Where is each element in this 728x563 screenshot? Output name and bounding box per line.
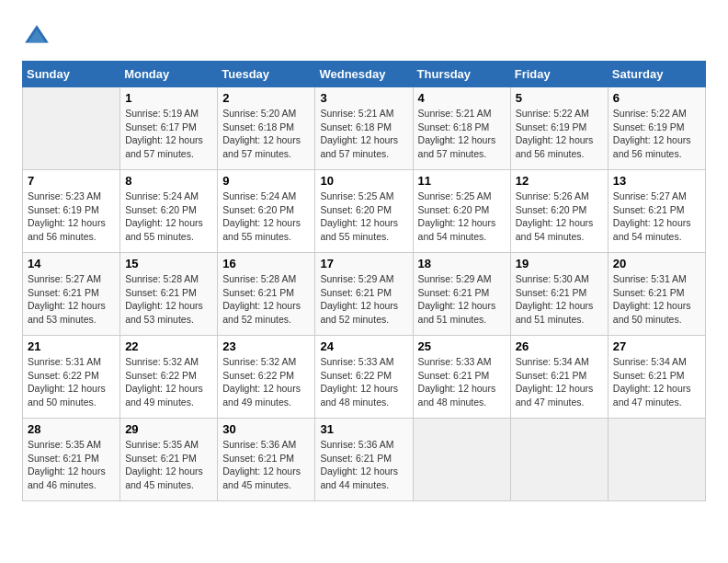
calendar-cell: [23, 87, 120, 170]
day-info: Sunrise: 5:30 AMSunset: 6:21 PMDaylight:…: [516, 272, 603, 327]
calendar-cell: [413, 419, 510, 501]
day-number: 26: [516, 339, 603, 353]
day-info: Sunrise: 5:22 AMSunset: 6:19 PMDaylight:…: [613, 107, 700, 161]
day-number: 13: [613, 174, 700, 188]
day-info: Sunrise: 5:22 AMSunset: 6:19 PMDaylight:…: [516, 107, 603, 161]
day-number: 15: [125, 257, 212, 270]
weekday-header: Sunday: [23, 62, 120, 87]
day-number: 2: [222, 91, 310, 105]
calendar-cell: 16Sunrise: 5:28 AMSunset: 6:21 PMDayligh…: [218, 253, 315, 336]
day-info: Sunrise: 5:26 AMSunset: 6:20 PMDaylight:…: [516, 190, 603, 244]
weekday-header: Saturday: [608, 62, 705, 87]
day-number: 12: [516, 174, 603, 188]
calendar-cell: 21Sunrise: 5:31 AMSunset: 6:22 PMDayligh…: [23, 336, 120, 419]
calendar-cell: 14Sunrise: 5:27 AMSunset: 6:21 PMDayligh…: [23, 253, 120, 336]
calendar-cell: 17Sunrise: 5:29 AMSunset: 6:21 PMDayligh…: [315, 253, 413, 336]
calendar-cell: 23Sunrise: 5:32 AMSunset: 6:22 PMDayligh…: [218, 336, 315, 419]
calendar-cell: 7Sunrise: 5:23 AMSunset: 6:19 PMDaylight…: [23, 170, 120, 253]
day-info: Sunrise: 5:36 AMSunset: 6:21 PMDaylight:…: [320, 438, 407, 492]
day-number: 28: [28, 422, 115, 436]
calendar-cell: 19Sunrise: 5:30 AMSunset: 6:21 PMDayligh…: [510, 253, 608, 336]
calendar-week-row: 7Sunrise: 5:23 AMSunset: 6:19 PMDaylight…: [23, 170, 706, 253]
day-info: Sunrise: 5:31 AMSunset: 6:21 PMDaylight:…: [613, 272, 700, 327]
day-number: 9: [222, 174, 310, 188]
weekday-header: Monday: [120, 62, 218, 87]
day-info: Sunrise: 5:27 AMSunset: 6:21 PMDaylight:…: [613, 190, 700, 244]
calendar-cell: 13Sunrise: 5:27 AMSunset: 6:21 PMDayligh…: [608, 170, 705, 253]
page-header: [22, 18, 706, 52]
day-info: Sunrise: 5:24 AMSunset: 6:20 PMDaylight:…: [222, 190, 310, 244]
day-info: Sunrise: 5:23 AMSunset: 6:19 PMDaylight:…: [28, 190, 115, 244]
calendar-cell: 4Sunrise: 5:21 AMSunset: 6:18 PMDaylight…: [413, 87, 510, 170]
calendar-cell: 22Sunrise: 5:32 AMSunset: 6:22 PMDayligh…: [120, 336, 218, 419]
day-number: 19: [516, 257, 603, 270]
calendar-week-row: 28Sunrise: 5:35 AMSunset: 6:21 PMDayligh…: [23, 419, 706, 501]
day-number: 14: [28, 257, 115, 270]
day-number: 6: [613, 91, 700, 105]
day-info: Sunrise: 5:25 AMSunset: 6:20 PMDaylight:…: [320, 190, 407, 244]
day-number: 23: [222, 339, 310, 353]
calendar-cell: 2Sunrise: 5:20 AMSunset: 6:18 PMDaylight…: [218, 87, 315, 170]
calendar-cell: 31Sunrise: 5:36 AMSunset: 6:21 PMDayligh…: [315, 419, 413, 501]
weekday-header: Thursday: [413, 62, 510, 87]
calendar-table: SundayMondayTuesdayWednesdayThursdayFrid…: [22, 61, 706, 501]
day-number: 29: [125, 422, 212, 436]
calendar-week-row: 1Sunrise: 5:19 AMSunset: 6:17 PMDaylight…: [23, 87, 706, 170]
calendar-cell: 18Sunrise: 5:29 AMSunset: 6:21 PMDayligh…: [413, 253, 510, 336]
calendar-week-row: 21Sunrise: 5:31 AMSunset: 6:22 PMDayligh…: [23, 336, 706, 419]
day-info: Sunrise: 5:32 AMSunset: 6:22 PMDaylight:…: [125, 355, 212, 409]
calendar-cell: 29Sunrise: 5:35 AMSunset: 6:21 PMDayligh…: [120, 419, 218, 501]
calendar-cell: 26Sunrise: 5:34 AMSunset: 6:21 PMDayligh…: [510, 336, 608, 419]
day-number: 8: [125, 174, 212, 188]
day-info: Sunrise: 5:19 AMSunset: 6:17 PMDaylight:…: [125, 107, 212, 161]
day-info: Sunrise: 5:36 AMSunset: 6:21 PMDaylight:…: [222, 438, 310, 492]
logo: [22, 22, 55, 52]
day-info: Sunrise: 5:32 AMSunset: 6:22 PMDaylight:…: [222, 355, 310, 409]
calendar-cell: [510, 419, 608, 501]
day-number: 27: [613, 339, 700, 353]
day-info: Sunrise: 5:29 AMSunset: 6:21 PMDaylight:…: [320, 272, 407, 327]
calendar-cell: 24Sunrise: 5:33 AMSunset: 6:22 PMDayligh…: [315, 336, 413, 419]
day-info: Sunrise: 5:20 AMSunset: 6:18 PMDaylight:…: [222, 107, 310, 161]
calendar-cell: 20Sunrise: 5:31 AMSunset: 6:21 PMDayligh…: [608, 253, 705, 336]
day-info: Sunrise: 5:21 AMSunset: 6:18 PMDaylight:…: [320, 107, 407, 161]
calendar-cell: 5Sunrise: 5:22 AMSunset: 6:19 PMDaylight…: [510, 87, 608, 170]
calendar-cell: 9Sunrise: 5:24 AMSunset: 6:20 PMDaylight…: [218, 170, 315, 253]
day-number: 11: [418, 174, 506, 188]
day-info: Sunrise: 5:33 AMSunset: 6:22 PMDaylight:…: [320, 355, 407, 409]
day-number: 3: [320, 91, 407, 105]
calendar-cell: 11Sunrise: 5:25 AMSunset: 6:20 PMDayligh…: [413, 170, 510, 253]
calendar-cell: 10Sunrise: 5:25 AMSunset: 6:20 PMDayligh…: [315, 170, 413, 253]
day-info: Sunrise: 5:21 AMSunset: 6:18 PMDaylight:…: [418, 107, 506, 161]
day-number: 21: [28, 339, 115, 353]
day-info: Sunrise: 5:33 AMSunset: 6:21 PMDaylight:…: [418, 355, 506, 409]
calendar-cell: 25Sunrise: 5:33 AMSunset: 6:21 PMDayligh…: [413, 336, 510, 419]
calendar-cell: 15Sunrise: 5:28 AMSunset: 6:21 PMDayligh…: [120, 253, 218, 336]
calendar-cell: 12Sunrise: 5:26 AMSunset: 6:20 PMDayligh…: [510, 170, 608, 253]
calendar-cell: 28Sunrise: 5:35 AMSunset: 6:21 PMDayligh…: [23, 419, 120, 501]
day-info: Sunrise: 5:28 AMSunset: 6:21 PMDaylight:…: [222, 272, 310, 327]
weekday-header: Friday: [510, 62, 608, 87]
day-number: 1: [125, 91, 212, 105]
day-number: 22: [125, 339, 212, 353]
day-number: 24: [320, 339, 407, 353]
weekday-header: Wednesday: [315, 62, 413, 87]
calendar-week-row: 14Sunrise: 5:27 AMSunset: 6:21 PMDayligh…: [23, 253, 706, 336]
logo-icon: [22, 22, 51, 52]
weekday-header-row: SundayMondayTuesdayWednesdayThursdayFrid…: [23, 62, 706, 87]
day-info: Sunrise: 5:34 AMSunset: 6:21 PMDaylight:…: [516, 355, 603, 409]
day-info: Sunrise: 5:29 AMSunset: 6:21 PMDaylight:…: [418, 272, 506, 327]
day-number: 5: [516, 91, 603, 105]
day-number: 17: [320, 257, 407, 270]
day-number: 10: [320, 174, 407, 188]
day-info: Sunrise: 5:34 AMSunset: 6:21 PMDaylight:…: [613, 355, 700, 409]
day-number: 31: [320, 422, 407, 436]
calendar-cell: 3Sunrise: 5:21 AMSunset: 6:18 PMDaylight…: [315, 87, 413, 170]
day-info: Sunrise: 5:25 AMSunset: 6:20 PMDaylight:…: [418, 190, 506, 244]
calendar-cell: [608, 419, 705, 501]
day-number: 20: [613, 257, 700, 270]
calendar-cell: 1Sunrise: 5:19 AMSunset: 6:17 PMDaylight…: [120, 87, 218, 170]
day-info: Sunrise: 5:31 AMSunset: 6:22 PMDaylight:…: [28, 355, 115, 409]
calendar-cell: 8Sunrise: 5:24 AMSunset: 6:20 PMDaylight…: [120, 170, 218, 253]
calendar-cell: 6Sunrise: 5:22 AMSunset: 6:19 PMDaylight…: [608, 87, 705, 170]
